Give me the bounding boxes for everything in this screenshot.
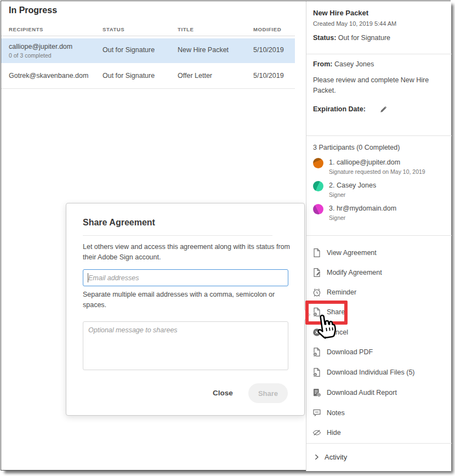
agreement-detail-panel: New Hire Packet Created May 10, 2019 5:4… <box>306 1 451 471</box>
row-title: Offer Letter <box>178 72 212 80</box>
email-addresses-input[interactable] <box>83 269 288 286</box>
created-timestamp: Created May 10, 2019 5:44 AM <box>313 20 396 27</box>
participant-role: Signer <box>329 191 345 198</box>
document-download-icon <box>312 367 322 377</box>
status-value: Out for Signature <box>338 34 390 42</box>
menu-item-reminder[interactable]: Reminder <box>312 286 356 298</box>
expiration-label: Expiration Date: <box>313 105 366 113</box>
report-download-icon <box>312 388 322 398</box>
row-title: New Hire Packet <box>178 46 229 54</box>
recipient-email: calliope@jupiter.dom <box>9 43 72 50</box>
document-download-icon <box>312 347 322 357</box>
table-row-selected[interactable]: calliope@jupiter.dom 0 of 3 completed Ou… <box>1 38 295 63</box>
participant-avatar <box>313 204 323 214</box>
page-title: In Progress <box>9 5 57 15</box>
divider <box>306 235 452 236</box>
speech-bubble-icon <box>312 408 322 418</box>
column-header-status: STATUS <box>103 26 124 32</box>
table-row[interactable]: Gotrek@skavenbane.dom Out for Signature … <box>1 64 295 89</box>
menu-item-modify-agreement[interactable]: Modify Agreement <box>312 267 382 279</box>
participant-name: 3. hr@mydomain.dom <box>329 205 396 212</box>
menu-item-notes[interactable]: Notes <box>312 407 345 419</box>
alarm-clock-icon <box>312 287 322 297</box>
dialog-description: Let others view and access this agreemen… <box>83 242 298 263</box>
hand-pointer-cursor <box>312 308 340 342</box>
divider <box>306 54 452 54</box>
activity-expander[interactable]: Activity <box>313 453 347 461</box>
recipient-email: Gotrek@skavenbane.dom <box>9 72 88 80</box>
from-label: From: <box>313 60 332 68</box>
agreement-message: Please review and complete New Hire Pack… <box>313 75 443 96</box>
menu-item-download-individual-files[interactable]: Download Individual Files (5) <box>312 366 415 378</box>
row-modified: 5/10/2019 <box>253 46 284 54</box>
email-help-text: Separate multiple email addresses with a… <box>83 290 297 310</box>
divider <box>83 235 272 236</box>
dialog-title: Share Agreement <box>83 218 155 228</box>
recipient-progress: 0 of 3 completed <box>9 52 52 59</box>
participants-heading: 3 Participants (0 Completed) <box>313 144 400 151</box>
participant-status: Signature requested on May 10, 2019 <box>329 168 425 175</box>
participant-avatar <box>313 181 323 191</box>
eye-off-icon <box>312 428 322 438</box>
menu-item-hide[interactable]: Hide <box>312 427 341 439</box>
participant-role: Signer <box>329 214 345 221</box>
column-header-title: TITLE <box>178 26 194 32</box>
optional-message-textarea[interactable] <box>83 321 288 370</box>
menu-item-view-agreement[interactable]: View Agreement <box>312 247 377 259</box>
share-button[interactable]: Share <box>248 383 288 403</box>
from-value: Casey Jones <box>334 60 374 68</box>
menu-item-download-audit-report[interactable]: Download Audit Report <box>312 387 397 399</box>
pencil-icon[interactable] <box>379 104 389 114</box>
close-button[interactable]: Close <box>206 384 240 401</box>
menu-item-download-pdf[interactable]: Download PDF <box>312 346 373 358</box>
participant-name: 1. calliope@jupiter.dom <box>329 158 400 166</box>
divider <box>306 135 452 136</box>
column-header-recipients: RECIPIENTS <box>9 26 43 32</box>
document-edit-icon <box>312 268 322 277</box>
divider <box>306 443 452 444</box>
chevron-right-icon <box>313 454 320 461</box>
participant-avatar <box>313 158 323 168</box>
expiration-line: Expiration Date: <box>313 105 366 113</box>
app-window: In Progress RECIPIENTS STATUS TITLE MODI… <box>1 1 451 471</box>
agreement-title: New Hire Packet <box>313 9 368 17</box>
status-label: Status: <box>313 34 336 42</box>
row-status: Out for Signature <box>103 46 155 54</box>
share-agreement-dialog: Share Agreement Let others view and acce… <box>66 203 305 416</box>
participant-name: 2. Casey Jones <box>329 182 376 189</box>
from-line: From: Casey Jones <box>313 60 374 68</box>
row-modified: 5/10/2019 <box>253 72 284 80</box>
table-header: RECIPIENTS STATUS TITLE MODIFIED <box>1 25 295 36</box>
column-header-modified: MODIFIED <box>253 26 281 32</box>
status-line: Status: Out for Signature <box>313 34 390 42</box>
row-status: Out for Signature <box>103 72 155 80</box>
text-caret <box>88 273 88 282</box>
document-icon <box>312 248 322 258</box>
